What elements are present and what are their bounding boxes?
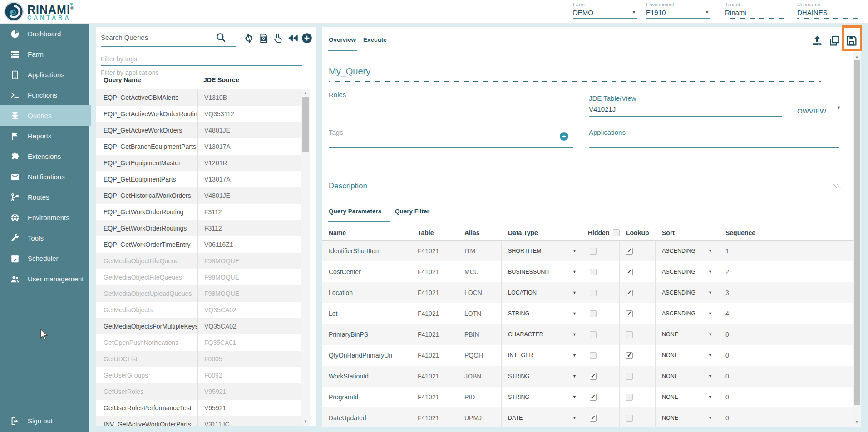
sort-select[interactable]: NONE▼	[656, 324, 719, 345]
query-list-row[interactable]: EQP_GetActiveWorkOrderRoutingsVQ353112	[96, 106, 301, 122]
add-query-icon[interactable]	[301, 32, 313, 44]
sort-select[interactable]: ASCENDING▼	[656, 241, 719, 261]
scroll-up-icon[interactable]: ▲	[853, 54, 861, 59]
data-type-select[interactable]: STRING▼	[502, 303, 583, 324]
sort-select[interactable]: NONE▼	[656, 366, 719, 387]
sidebar-item-routes[interactable]: Routes	[0, 187, 89, 207]
sidebar-item-tools[interactable]: Tools	[0, 228, 89, 248]
resize-handle-icon[interactable]: ⟋⟋	[833, 183, 840, 189]
sort-select[interactable]: ASCENDING▼	[656, 261, 719, 282]
query-list-row[interactable]: EQP_GetHistoricalWorkOrdersV4801JE	[96, 187, 301, 204]
hidden-checkbox[interactable]	[590, 331, 597, 338]
scroll-down-icon[interactable]: ▼	[853, 420, 861, 424]
sort-select[interactable]: NONE▼	[656, 387, 719, 407]
filter-apps-input[interactable]: Filter by applications	[101, 69, 159, 76]
query-list-row[interactable]: GetMediaObjectFileQueueF98MOQUE	[96, 253, 301, 269]
query-list-row[interactable]: EQP_GetBranchEquipmentPartsV13017A	[96, 138, 301, 155]
query-list-row[interactable]: GetOpenPushNotificationsFQ35CA01	[96, 334, 301, 351]
lookup-checkbox[interactable]	[626, 310, 633, 317]
query-list-row[interactable]: GetMediaObjectUploadQueuesF98MOQUE	[96, 285, 301, 302]
query-list-row[interactable]: EQP_GetActiveCBMAlertsV1310B	[96, 89, 301, 106]
sidebar-item-dashboard[interactable]: Dashboard	[0, 24, 89, 44]
copy-icon[interactable]	[827, 34, 842, 48]
sort-select[interactable]: ASCENDING▼	[656, 303, 719, 324]
tab-query-filter[interactable]: Query Filter	[395, 208, 429, 215]
query-list-row[interactable]: GetUserGroupsF0092	[96, 367, 301, 383]
lookup-checkbox[interactable]	[626, 373, 633, 380]
sidebar-item-queries[interactable]: Queries	[0, 105, 91, 126]
scroll-down-icon[interactable]: ▼	[301, 419, 310, 424]
sidebar-item-sign-out[interactable]: Sign out	[0, 411, 89, 431]
lookup-checkbox[interactable]	[626, 269, 633, 275]
sidebar-item-reports[interactable]: Reports	[0, 126, 89, 146]
username-field[interactable]: Username DHAINES	[797, 2, 861, 19]
lookup-checkbox[interactable]	[626, 248, 633, 255]
data-type-select[interactable]: INTEGER▼	[502, 345, 583, 366]
query-list-row[interactable]: GetUDCListF0005	[96, 351, 301, 367]
data-type-select[interactable]: CHARACTER▼	[502, 324, 583, 345]
sidebar-item-functions[interactable]: Functions	[0, 85, 89, 105]
refresh-icon[interactable]	[242, 32, 255, 44]
sidebar-item-extensions[interactable]: Extensions	[0, 146, 89, 167]
data-type-select[interactable]: SHORTITEM▼	[502, 241, 583, 261]
query-list-row[interactable]: EQP_GetEquipmentPartsV13017A	[96, 171, 301, 187]
excel-export-icon[interactable]: X	[257, 32, 270, 44]
data-type-select[interactable]: STRING▼	[502, 366, 583, 387]
query-list-scrollbar[interactable]: ▲ ▼	[301, 89, 310, 426]
query-list-row[interactable]: GetMediaObjectsVQ35CA02	[96, 302, 301, 318]
tags-field[interactable]: Tags	[329, 128, 343, 136]
query-list-row[interactable]: GetMediaObjectFileQueuesF98MOQUE	[96, 269, 301, 285]
data-type-select[interactable]: DATE▼	[502, 407, 583, 427]
collapse-panel-icon[interactable]	[287, 32, 300, 44]
tab-overview[interactable]: Overview	[329, 36, 356, 43]
tenant-field[interactable]: Tenant Rinami	[725, 2, 789, 19]
data-type-select[interactable]: BUSINESSUNIT▼	[502, 261, 583, 282]
query-list-row[interactable]: EQP_GetActiveWorkOrdersV4801JE	[96, 122, 301, 138]
lookup-checkbox[interactable]	[626, 331, 633, 338]
filter-tags-input[interactable]: Filter by tags	[101, 55, 137, 63]
scrollbar-thumb[interactable]	[854, 60, 860, 405]
hidden-checkbox[interactable]	[590, 415, 597, 422]
sidebar-item-environments[interactable]: Environments	[0, 207, 89, 228]
main-scrollbar[interactable]: ▲ ▼	[853, 52, 861, 427]
touch-select-icon[interactable]	[271, 32, 284, 44]
data-type-select[interactable]: STRING▼	[502, 387, 583, 407]
search-input[interactable]: Search Queries	[101, 34, 148, 41]
sort-select[interactable]: NONE▼	[656, 407, 719, 427]
jde-table-field[interactable]: V41021J	[589, 105, 616, 113]
environment-select[interactable]: Environment E1910▼	[646, 2, 710, 19]
sort-select[interactable]: NONE▼	[656, 345, 719, 366]
lookup-checkbox[interactable]	[626, 394, 633, 401]
tab-query-parameters[interactable]: Query Parameters	[329, 208, 381, 215]
query-list-row[interactable]: GetUserRolesV95921	[96, 383, 301, 400]
query-list-row[interactable]: EQP_GetEquipmentMasterV1201R	[96, 155, 301, 171]
sidebar-item-applications[interactable]: Applications	[0, 64, 89, 85]
query-list-row[interactable]: GetMediaObjectsForMultipleKeysVQ35CA02	[96, 318, 301, 334]
farm-select[interactable]: Farm DEMO▼	[573, 2, 637, 19]
roles-field[interactable]	[329, 116, 573, 116]
view-type-select[interactable]: OWVIEW▼	[797, 107, 839, 115]
sidebar-item-farm[interactable]: Farm	[0, 44, 89, 64]
sort-select[interactable]: ASCENDING▼	[656, 282, 719, 303]
query-list-row[interactable]: EQP_GetWorkOrderTimeEntryV06116Z1	[96, 236, 301, 253]
hidden-checkbox[interactable]	[590, 352, 597, 359]
sidebar-item-scheduler[interactable]: Scheduler	[0, 248, 89, 269]
query-list-row[interactable]: EQP_GetWorkOrderRoutingF3112	[96, 204, 301, 220]
lookup-checkbox[interactable]	[626, 352, 633, 359]
applications-field[interactable]	[589, 147, 839, 148]
query-name-field[interactable]: My_Query	[329, 66, 370, 77]
scrollbar-thumb[interactable]	[302, 97, 309, 152]
search-icon[interactable]	[215, 32, 227, 44]
lookup-checkbox[interactable]	[626, 290, 633, 296]
tab-execute[interactable]: Execute	[363, 36, 387, 43]
upload-icon[interactable]	[810, 34, 824, 48]
hidden-checkbox[interactable]	[590, 373, 597, 380]
query-list-row[interactable]: EQP_GetWorkOrderRoutingsF3112	[96, 220, 301, 236]
hidden-checkbox[interactable]	[590, 290, 597, 296]
hidden-checkbox[interactable]	[590, 248, 597, 255]
scroll-up-icon[interactable]: ▲	[301, 91, 310, 95]
description-field[interactable]	[329, 194, 839, 194]
hidden-checkbox[interactable]	[590, 269, 597, 275]
lookup-checkbox[interactable]	[626, 415, 633, 422]
hidden-checkbox[interactable]	[590, 394, 597, 401]
